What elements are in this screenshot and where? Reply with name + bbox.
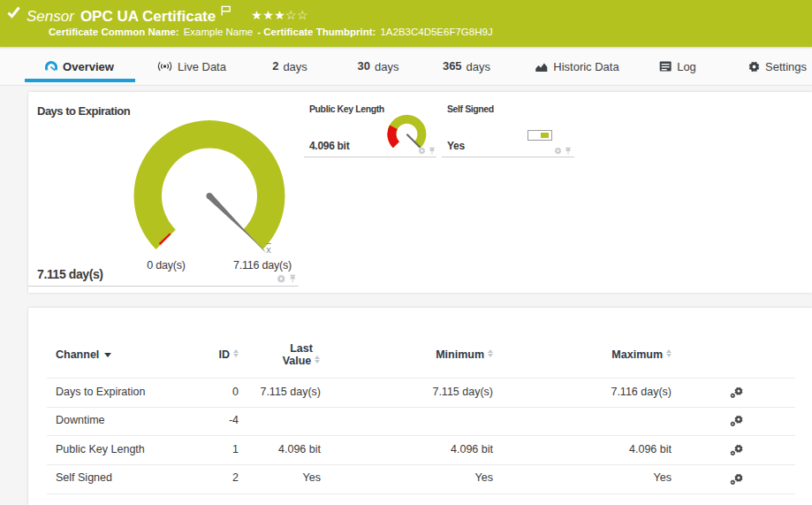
sort-updown-icon xyxy=(488,349,493,358)
divider xyxy=(304,157,436,157)
divider xyxy=(442,157,574,157)
gear-icon[interactable] xyxy=(418,147,426,155)
channel-minimum: 4.096 bit xyxy=(405,443,493,455)
gauge-footer-icons xyxy=(418,147,436,156)
channel-name: Self Signed xyxy=(56,471,112,484)
pin-icon[interactable] xyxy=(565,147,572,156)
channel-name: Days to Expiration xyxy=(56,386,145,398)
tab-live-data[interactable]: Live Data xyxy=(157,47,226,86)
pin-icon[interactable] xyxy=(289,274,297,283)
tab-label: days xyxy=(375,60,398,73)
channel-maximum: Yes xyxy=(583,471,672,484)
subtitle-value-1: Example Name xyxy=(184,27,254,37)
subtitle-label-1: Certificate Common Name: xyxy=(49,27,179,37)
tab-label: Settings xyxy=(765,60,807,73)
column-header-last-value[interactable]: LastValue xyxy=(257,342,345,367)
tab-2-days[interactable]: 2 days xyxy=(272,47,307,86)
sort-caret-icon xyxy=(104,353,111,357)
channel-id: 2 xyxy=(168,471,239,484)
broadcast-icon xyxy=(157,60,172,73)
flag-icon[interactable] xyxy=(221,0,231,23)
channel-last-value: Yes xyxy=(232,471,321,484)
column-header-id[interactable]: ID xyxy=(161,348,239,361)
gauges-panel: Days to Expiration 0 day(s) 7.116 day(s)… xyxy=(28,92,812,293)
tab-label: days xyxy=(283,60,307,73)
star-empty-icons: ☆☆ xyxy=(285,8,308,22)
gauge-title-self-signed: Self Signed xyxy=(447,103,494,114)
channel-id: 1 xyxy=(168,443,239,455)
gauge-footer-icons xyxy=(277,274,296,284)
tab-365-days[interactable]: 365 days xyxy=(443,47,490,86)
column-header-maximum[interactable]: Maximum xyxy=(583,348,672,361)
gauge-min-label: 0 day(s) xyxy=(147,259,186,272)
row-separator xyxy=(47,494,795,494)
channel-name: Public Key Length xyxy=(56,443,145,455)
gauge-title-public-key-length: Public Key Length xyxy=(309,103,384,114)
active-tab-underline xyxy=(25,79,135,82)
gear-icon[interactable] xyxy=(277,274,286,284)
channel-id: -4 xyxy=(168,414,239,426)
self-signed-indicator xyxy=(527,130,552,141)
priority-stars[interactable]: ★★★☆☆ xyxy=(251,8,308,22)
sort-updown-icon xyxy=(666,349,672,358)
gauge-value-public-key-length: 4.096 bit xyxy=(309,140,349,152)
tab-settings[interactable]: Settings xyxy=(748,47,807,86)
days-to-expiration-gauge xyxy=(117,111,302,266)
subtitle-label-2: - Certificate Thumbprint: xyxy=(257,27,376,37)
gauge-mean-marker: x xyxy=(266,244,271,255)
page-title: OPC UA Certificate xyxy=(80,8,216,25)
sensor-header: SensorOPC UA Certificate★★★☆☆ Certificat… xyxy=(0,0,812,47)
divider xyxy=(28,286,299,287)
tab-30-days[interactable]: 30 days xyxy=(358,47,399,86)
star-filled-icons: ★★★ xyxy=(251,8,285,22)
gear-icon xyxy=(748,61,760,73)
channel-maximum: 4.096 bit xyxy=(583,443,672,455)
gauge-footer-icons xyxy=(554,147,572,156)
gauge-value-self-signed: Yes xyxy=(447,140,465,152)
column-header-channel[interactable]: Channel xyxy=(56,348,111,361)
pin-icon[interactable] xyxy=(429,147,436,156)
toggle-knob xyxy=(541,133,549,138)
channel-minimum: Yes xyxy=(405,471,493,484)
tab-bar: Overview Live Data 2 days 30 days 365 da… xyxy=(0,47,812,86)
sensor-kind-label: Sensor xyxy=(27,8,74,25)
channel-id: 0 xyxy=(168,386,239,398)
channel-settings-icon[interactable] xyxy=(730,445,745,456)
channel-settings-icon[interactable] xyxy=(730,416,745,427)
channel-settings-icon[interactable] xyxy=(730,474,745,486)
sort-updown-icon xyxy=(315,356,320,364)
tab-label: Historic Data xyxy=(553,60,618,73)
tab-log[interactable]: Log xyxy=(659,47,696,86)
gauge-value-days-to-expiration: 7.115 day(s) xyxy=(37,267,103,281)
tab-label: days xyxy=(467,60,490,73)
channel-last-value: 4.096 bit xyxy=(232,443,321,455)
channel-last-value: 7.115 day(s) xyxy=(232,386,321,398)
row-separator xyxy=(47,407,795,408)
channel-minimum: 7.115 day(s) xyxy=(405,386,493,398)
status-ok-check-icon xyxy=(7,6,20,19)
row-separator xyxy=(47,464,795,465)
sort-updown-icon xyxy=(233,349,239,358)
tab-label: Log xyxy=(677,60,696,73)
tab-label: Overview xyxy=(63,60,114,73)
tab-historic-data[interactable]: Historic Data xyxy=(535,47,618,86)
sensor-subtitle: Certificate Common Name:Example Name- Ce… xyxy=(49,27,497,38)
area-chart-icon xyxy=(535,61,548,73)
sensor-title-row: SensorOPC UA Certificate★★★☆☆ xyxy=(27,0,308,23)
channel-table-panel: Channel ID LastValue Minimum Maximum Day… xyxy=(28,308,812,505)
column-header-minimum[interactable]: Minimum xyxy=(405,348,493,361)
gauge-icon xyxy=(45,60,57,73)
log-icon xyxy=(659,61,672,72)
channel-name: Downtime xyxy=(56,414,105,426)
row-separator xyxy=(47,435,795,436)
tab-label: Live Data xyxy=(178,60,226,73)
channel-maximum: 7.116 day(s) xyxy=(583,386,672,398)
gear-icon[interactable] xyxy=(554,147,562,155)
row-separator xyxy=(47,378,795,379)
subtitle-value-2: 1A2B3C4D5E6F7G8H9J xyxy=(380,27,492,37)
channel-settings-icon[interactable] xyxy=(730,387,745,399)
gauge-max-label: 7.116 day(s) xyxy=(233,259,292,272)
